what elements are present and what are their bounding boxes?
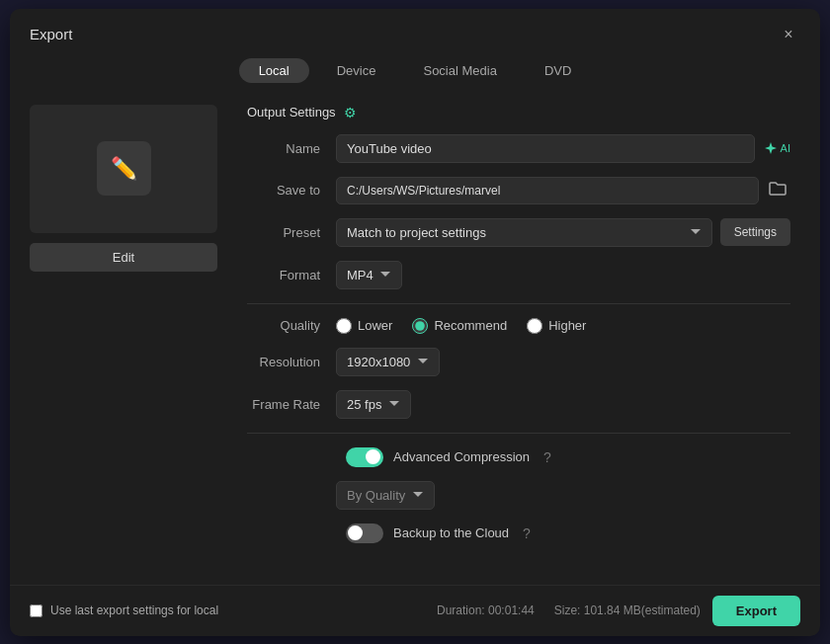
quality-higher-radio[interactable]	[527, 318, 542, 334]
advanced-compression-help-icon[interactable]: ?	[543, 449, 551, 465]
output-settings-title: Output Settings	[247, 105, 336, 120]
backup-cloud-row: Backup to the Cloud ?	[247, 523, 790, 543]
tab-local[interactable]: Local	[239, 58, 309, 83]
frame-rate-label: Frame Rate	[247, 397, 336, 412]
resolution-label: Resolution	[247, 355, 336, 369]
preset-container: Match to project settings Settings	[336, 218, 790, 247]
format-row: Format MP4	[247, 261, 790, 289]
preset-select[interactable]: Match to project settings	[336, 218, 712, 247]
resolution-container: 1920x1080	[336, 348, 790, 376]
pencil-icon: ✏️	[111, 156, 137, 182]
by-quality-container: By Quality	[336, 481, 790, 510]
quality-recommend-radio[interactable]	[412, 318, 428, 334]
footer-info: Duration: 00:01:44 Size: 101.84 MB(estim…	[230, 604, 701, 617]
quality-recommend-label: Recommend	[434, 318, 507, 333]
name-input[interactable]	[336, 134, 755, 163]
frame-rate-row: Frame Rate 25 fps	[247, 390, 790, 419]
use-last-settings-checkbox[interactable]	[30, 604, 42, 617]
save-to-container	[336, 177, 790, 204]
main-content: ✏️ Edit Output Settings ⚙ Name	[10, 95, 820, 585]
tab-device[interactable]: Device	[317, 58, 396, 83]
quality-recommend[interactable]: Recommend	[412, 318, 507, 334]
toggle-slider	[346, 447, 383, 467]
backup-cloud-toggle[interactable]	[346, 523, 383, 543]
format-select[interactable]: MP4	[336, 261, 402, 289]
quality-label: Quality	[247, 318, 336, 333]
frame-rate-container: 25 fps	[336, 390, 790, 419]
preview-thumbnail: ✏️	[30, 105, 217, 233]
quality-options: Lower Recommend Higher	[336, 318, 790, 334]
output-settings-icon: ⚙	[344, 105, 357, 121]
preset-row: Preset Match to project settings Setting…	[247, 218, 790, 247]
ai-label: AI	[781, 142, 790, 154]
resolution-select[interactable]: 1920x1080	[336, 348, 440, 376]
save-to-label: Save to	[247, 183, 336, 198]
output-settings-panel: Output Settings ⚙ Name AI Sa	[247, 95, 800, 585]
name-row: Name AI	[247, 134, 790, 163]
dialog-title: Export	[30, 26, 72, 42]
use-last-settings-check[interactable]: Use last export settings for local	[30, 604, 218, 617]
advanced-compression-label: Advanced Compression	[393, 449, 530, 464]
ai-button[interactable]: AI	[763, 140, 790, 156]
quality-higher[interactable]: Higher	[527, 318, 586, 334]
format-label: Format	[247, 268, 336, 282]
by-quality-select[interactable]: By Quality	[336, 481, 435, 510]
close-button[interactable]: ×	[777, 23, 800, 46]
settings-button[interactable]: Settings	[720, 218, 790, 246]
edit-button[interactable]: Edit	[30, 243, 217, 272]
name-label: Name	[247, 141, 336, 156]
divider-1	[247, 303, 790, 304]
tab-bar: Local Device Social Media DVD	[10, 46, 820, 95]
export-button[interactable]: Export	[712, 596, 800, 626]
resolution-row: Resolution 1920x1080	[247, 348, 790, 376]
backup-toggle-slider	[346, 523, 383, 543]
quality-lower-label: Lower	[358, 318, 392, 333]
quality-lower-radio[interactable]	[336, 318, 352, 334]
format-container: MP4	[336, 261, 790, 289]
save-to-input[interactable]	[336, 177, 759, 204]
edit-icon-container: ✏️	[97, 141, 151, 196]
export-dialog: Export × Local Device Social Media DVD ✏…	[10, 9, 820, 636]
divider-2	[247, 433, 790, 434]
quality-row: Quality Lower Recommend Higher	[247, 318, 790, 334]
preview-panel: ✏️ Edit	[30, 95, 227, 585]
advanced-compression-row: Advanced Compression ?	[247, 447, 790, 467]
quality-lower[interactable]: Lower	[336, 318, 392, 334]
tab-social-media[interactable]: Social Media	[403, 58, 516, 83]
size-info: Size: 101.84 MB(estimated)	[554, 604, 701, 617]
by-quality-row: By Quality	[336, 481, 790, 510]
footer: Use last export settings for local Durat…	[10, 585, 820, 636]
folder-button[interactable]	[765, 179, 790, 202]
dialog-header: Export ×	[10, 9, 820, 46]
save-to-row: Save to	[247, 177, 790, 204]
quality-higher-label: Higher	[548, 318, 586, 333]
output-settings-header: Output Settings ⚙	[247, 105, 790, 121]
duration-info: Duration: 00:01:44	[437, 604, 535, 617]
preset-label: Preset	[247, 225, 336, 240]
tab-dvd[interactable]: DVD	[525, 58, 591, 83]
backup-cloud-label: Backup to the Cloud	[393, 525, 509, 540]
advanced-compression-toggle[interactable]	[346, 447, 383, 467]
use-last-settings-label: Use last export settings for local	[50, 604, 218, 617]
frame-rate-select[interactable]: 25 fps	[336, 390, 411, 419]
backup-cloud-help-icon[interactable]: ?	[523, 525, 531, 541]
name-input-container: AI	[336, 134, 790, 163]
